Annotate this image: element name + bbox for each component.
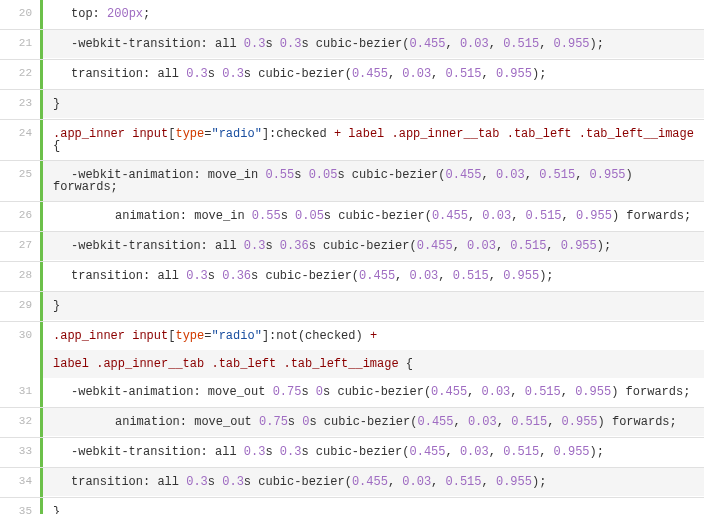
token: , bbox=[547, 415, 561, 429]
token: , bbox=[575, 168, 589, 182]
token: 0.3 bbox=[244, 445, 266, 459]
token: 0.03 bbox=[460, 445, 489, 459]
token: "radio" bbox=[211, 329, 261, 343]
code-content[interactable]: -webkit-transition: all 0.3s 0.3s cubic-… bbox=[43, 438, 704, 466]
token: , bbox=[489, 37, 503, 51]
code-content[interactable]: } bbox=[43, 498, 704, 514]
code-line[interactable]: label .app_inner__tab .tab_left .tab_lef… bbox=[0, 350, 704, 378]
code-line[interactable]: 23} bbox=[0, 90, 704, 120]
token: "radio" bbox=[211, 127, 261, 141]
token: animation: move_out bbox=[53, 416, 259, 428]
code-content[interactable]: animation: move_in 0.55s 0.05s cubic-bez… bbox=[43, 202, 704, 230]
token: -webkit-transition: all bbox=[53, 38, 244, 50]
code-content[interactable]: -webkit-transition: all 0.3s 0.3s cubic-… bbox=[43, 30, 704, 58]
code-line[interactable]: 20top: 200px; bbox=[0, 0, 704, 30]
line-number bbox=[0, 350, 40, 366]
token: 0.03 bbox=[410, 269, 439, 283]
token: , bbox=[482, 67, 496, 81]
token: + label .app_inner__tab .tab_left .tab_l… bbox=[327, 127, 701, 141]
token: 0.03 bbox=[496, 168, 525, 182]
line-number: 31 bbox=[0, 378, 40, 405]
line-number: 30 bbox=[0, 322, 40, 349]
code-line[interactable]: 22transition: all 0.3s 0.3s cubic-bezier… bbox=[0, 60, 704, 90]
code-content[interactable]: } bbox=[43, 292, 704, 320]
code-content[interactable]: transition: all 0.3s 0.3s cubic-bezier(0… bbox=[43, 468, 704, 496]
token: transition: all bbox=[53, 270, 186, 282]
code-line[interactable]: 29} bbox=[0, 292, 704, 322]
code-line[interactable]: 21-webkit-transition: all 0.3s 0.3s cubi… bbox=[0, 30, 704, 60]
token: , bbox=[454, 415, 468, 429]
code-line[interactable]: 30.app_inner input[type="radio"]:not(che… bbox=[0, 322, 704, 350]
token: { bbox=[53, 139, 60, 153]
token: , bbox=[388, 67, 402, 81]
code-content[interactable]: animation: move_out 0.75s 0s cubic-bezie… bbox=[43, 408, 704, 436]
token: 0.955 bbox=[554, 445, 590, 459]
code-content[interactable]: transition: all 0.3s 0.36s cubic-bezier(… bbox=[43, 262, 704, 290]
code-content[interactable]: } bbox=[43, 90, 704, 118]
code-line[interactable]: 34transition: all 0.3s 0.3s cubic-bezier… bbox=[0, 468, 704, 498]
code-content[interactable]: -webkit-animation: move_out 0.75s 0s cub… bbox=[43, 378, 704, 406]
token: s bbox=[208, 475, 222, 489]
token: 0.455 bbox=[432, 209, 468, 223]
code-line[interactable]: 26animation: move_in 0.55s 0.05s cubic-b… bbox=[0, 202, 704, 232]
token: ); bbox=[532, 475, 546, 489]
token: 0.3 bbox=[222, 475, 244, 489]
token: , bbox=[482, 168, 496, 182]
code-line[interactable]: 35} bbox=[0, 498, 704, 514]
token: 0.455 bbox=[352, 475, 388, 489]
token: -webkit-transition: all bbox=[53, 240, 244, 252]
code-line[interactable]: 31-webkit-animation: move_out 0.75s 0s c… bbox=[0, 378, 704, 408]
token: 0.955 bbox=[561, 239, 597, 253]
code-content[interactable]: .app_inner input[type="radio"]:not(check… bbox=[43, 322, 704, 350]
token: s cubic-bezier( bbox=[309, 415, 417, 429]
token: 0.515 bbox=[510, 239, 546, 253]
token: , bbox=[496, 239, 510, 253]
code-content[interactable]: transition: all 0.3s 0.3s cubic-bezier(0… bbox=[43, 60, 704, 88]
code-content[interactable]: label .app_inner__tab .tab_left .tab_lef… bbox=[43, 350, 704, 378]
code-content[interactable]: .app_inner input[type="radio"]:checked +… bbox=[43, 120, 704, 160]
token: 200 bbox=[107, 7, 129, 21]
line-number: 35 bbox=[0, 498, 40, 514]
token: , bbox=[438, 269, 452, 283]
token: 0.3 bbox=[222, 67, 244, 81]
token: 0.05 bbox=[295, 209, 324, 223]
code-line[interactable]: 28transition: all 0.3s 0.36s cubic-bezie… bbox=[0, 262, 704, 292]
token: s cubic-bezier( bbox=[244, 475, 352, 489]
token: 0.455 bbox=[431, 385, 467, 399]
token: s bbox=[265, 445, 279, 459]
token: 0.3 bbox=[244, 239, 266, 253]
code-line[interactable]: 27-webkit-transition: all 0.3s 0.36s cub… bbox=[0, 232, 704, 262]
token: 0.455 bbox=[352, 67, 388, 81]
token: s cubic-bezier( bbox=[244, 67, 352, 81]
line-number: 32 bbox=[0, 408, 40, 435]
token: 0.36 bbox=[280, 239, 309, 253]
token: } bbox=[53, 505, 60, 514]
token: , bbox=[395, 269, 409, 283]
token: { bbox=[406, 357, 413, 371]
code-line[interactable]: 33-webkit-transition: all 0.3s 0.3s cubi… bbox=[0, 438, 704, 468]
token: ; bbox=[143, 7, 150, 21]
code-line[interactable]: 24.app_inner input[type="radio"]:checked… bbox=[0, 120, 704, 161]
token: 0.955 bbox=[554, 37, 590, 51]
token: input bbox=[132, 329, 168, 343]
code-content[interactable]: -webkit-animation: move_in 0.55s 0.05s c… bbox=[43, 161, 704, 201]
token: 0.3 bbox=[186, 269, 208, 283]
token: 0.455 bbox=[417, 239, 453, 253]
token: 0.03 bbox=[467, 239, 496, 253]
token: , bbox=[388, 475, 402, 489]
token: 0.03 bbox=[402, 475, 431, 489]
code-line[interactable]: 25-webkit-animation: move_in 0.55s 0.05s… bbox=[0, 161, 704, 202]
token: ); bbox=[590, 445, 604, 459]
code-line[interactable]: 32animation: move_out 0.75s 0s cubic-bez… bbox=[0, 408, 704, 438]
token: 0.515 bbox=[503, 37, 539, 51]
code-content[interactable]: -webkit-transition: all 0.3s 0.36s cubic… bbox=[43, 232, 704, 260]
token: 0.03 bbox=[482, 209, 511, 223]
token: type bbox=[175, 329, 204, 343]
line-number: 25 bbox=[0, 161, 40, 188]
token: s bbox=[288, 415, 302, 429]
token: 0.36 bbox=[222, 269, 251, 283]
token: ] bbox=[262, 329, 269, 343]
code-editor[interactable]: 20top: 200px;21-webkit-transition: all 0… bbox=[0, 0, 704, 514]
token: 0.3 bbox=[280, 37, 302, 51]
code-content[interactable]: top: 200px; bbox=[43, 0, 704, 28]
